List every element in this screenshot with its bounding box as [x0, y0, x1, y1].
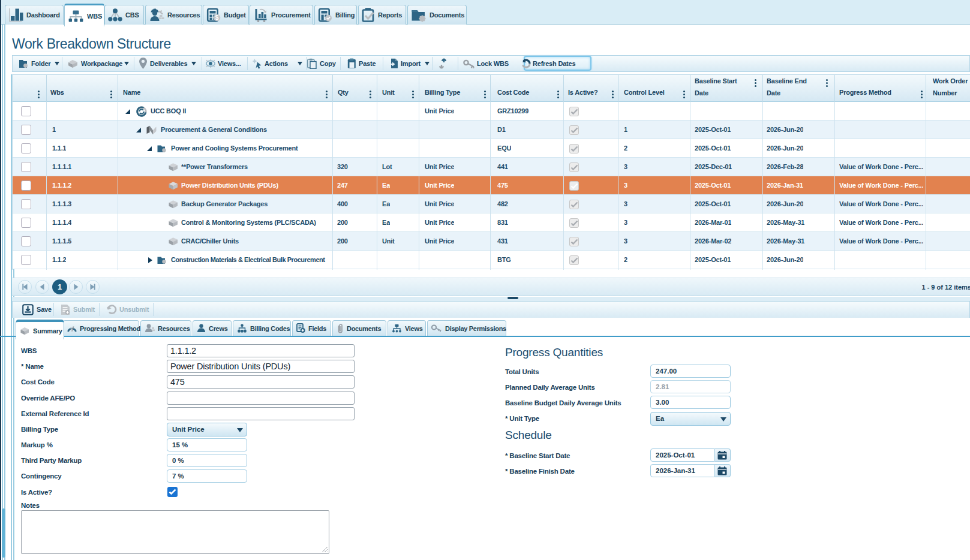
svg-text:$: $: [215, 14, 219, 21]
